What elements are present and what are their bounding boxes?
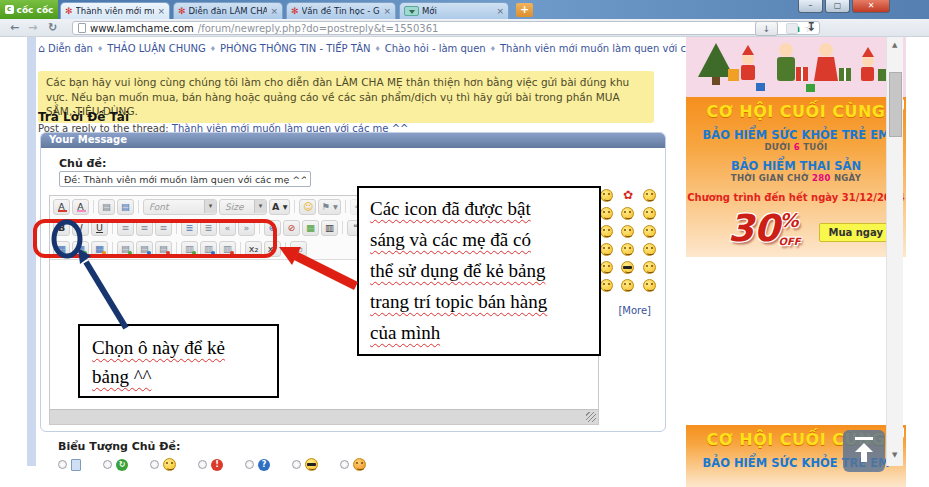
new-tab-button[interactable]: +	[516, 3, 533, 17]
topic-icon-smile	[163, 458, 176, 471]
annotation-text-line: Các icon đã được bật	[370, 193, 588, 224]
resize-handle-icon[interactable]	[586, 412, 596, 422]
browser-tab[interactable]: ✻Vấn đề Tin học - Gói Đề T×	[286, 2, 396, 19]
emoticon-shy[interactable]	[600, 225, 613, 238]
breadcrumb-link[interactable]: THẢO LUẬN CHUNG	[107, 43, 205, 54]
emoticon-joy[interactable]	[643, 243, 656, 256]
ad-illustration	[686, 37, 906, 97]
radio-button[interactable]	[103, 460, 112, 469]
topic-icon-question: ?	[258, 459, 270, 471]
breadcrumb-link[interactable]: Chào hỏi - làm quen	[385, 43, 486, 54]
coccoc-logo[interactable]: c cốc cốc	[0, 0, 58, 19]
tab-close-icon[interactable]: ×	[270, 6, 278, 16]
radio-button[interactable]	[150, 460, 159, 469]
emoticon-hiding[interactable]	[643, 189, 656, 202]
emoticon-wave[interactable]	[621, 279, 634, 292]
breadcrumb-link[interactable]: Diễn đàn	[48, 43, 93, 54]
coccoc-download-button[interactable]: ↓	[755, 21, 778, 36]
browser-tab[interactable]: ✻Thành viên mới muốn làm×	[60, 2, 170, 19]
emoticon-bigsmile[interactable]	[600, 207, 613, 220]
scrollbar-down-icon[interactable]: ▼	[892, 451, 897, 459]
insert-video-icon[interactable]: ▥	[321, 220, 338, 236]
emoticon-wink[interactable]	[600, 243, 613, 256]
download-manager-icon[interactable]: ↧	[806, 20, 816, 34]
ad-banner-top[interactable]: ↻ CƠ HỘI CUỐI CÙNG BẢO HIỂM SỨC KHỎE TRẺ…	[686, 37, 906, 257]
emoticon-blink[interactable]	[600, 261, 613, 274]
insert-image-icon[interactable]: ▦	[302, 220, 319, 236]
subject-label: Chủ đề:	[59, 157, 106, 170]
topic-icon-option[interactable]: ?	[245, 459, 270, 471]
buy-now-button[interactable]: Mua ngay	[819, 223, 892, 242]
radio-button[interactable]	[340, 460, 349, 469]
topic-icon-option[interactable]: !	[198, 459, 223, 471]
radio-button[interactable]	[292, 460, 301, 469]
annotation-text: bảng ^^	[92, 366, 152, 387]
emoticon-cheeky[interactable]	[621, 243, 634, 256]
radio-button[interactable]	[58, 460, 67, 469]
annotation-text: Chọn ô này để kẻ	[92, 337, 225, 358]
attachment-menu-icon[interactable]: ⚑ ▾	[318, 199, 340, 215]
annotation-text-line: Chọn ô này để kẻ	[92, 333, 265, 362]
scrollbar-up-icon[interactable]: ▲	[892, 41, 897, 49]
tab-close-icon[interactable]: ×	[383, 6, 391, 16]
maximize-button[interactable]: ▢	[825, 0, 850, 13]
browser-tab[interactable]: Mới×	[399, 2, 509, 19]
close-button[interactable]: ✕	[852, 0, 890, 13]
annotation-text: trang trí topic bán hàng	[370, 291, 547, 312]
emoticon-grin[interactable]	[621, 225, 634, 238]
breadcrumb-link[interactable]: PHÒNG THÔNG TIN - TIẾP TÂN	[220, 43, 370, 54]
tab-close-icon[interactable]: ×	[157, 6, 165, 16]
breadcrumb: ⌂Diễn đàn♦THẢO LUẬN CHUNG♦PHÒNG THÔNG TI…	[38, 41, 668, 57]
tab-strip: c cốc cốc ✻Thành viên mới muốn làm×✻Diễn…	[0, 0, 929, 19]
emoticon-rose[interactable]: ✿	[621, 189, 634, 202]
unlink-icon[interactable]: ⊘	[283, 220, 300, 236]
radio-button[interactable]	[198, 460, 207, 469]
breadcrumb-separator-icon: ♦	[97, 45, 103, 53]
emoticon-surprised[interactable]	[643, 261, 656, 274]
toolbar-separator	[138, 200, 139, 213]
scroll-to-top-button[interactable]	[843, 430, 885, 472]
emoticon-happy[interactable]	[621, 207, 634, 220]
url-field[interactable]: www.lamchame.com /forum/newreply.php?do=…	[72, 21, 820, 35]
emoticon-tongue[interactable]	[643, 225, 656, 238]
horizontal-rule-icon[interactable]: ▭	[290, 241, 307, 257]
font-size-select[interactable]: Size▾	[219, 199, 267, 215]
topic-icon-option[interactable]	[58, 459, 81, 471]
more-smilies-link[interactable]: [More]	[618, 305, 651, 316]
emoticon-clap[interactable]	[600, 279, 613, 292]
minimize-button[interactable]: –	[798, 0, 823, 13]
highlight-color-icon[interactable]: A	[72, 199, 89, 215]
page-title: Trả Lời Đề Tài	[38, 110, 129, 124]
topic-icon-option[interactable]	[292, 458, 318, 471]
font-color-icon[interactable]: A	[53, 199, 70, 215]
scrollbar-thumb[interactable]	[889, 72, 902, 137]
forward-button[interactable]: →	[28, 21, 37, 34]
emoticon-laugh[interactable]	[643, 207, 656, 220]
home-icon[interactable]: ⌂	[38, 42, 45, 55]
annotation-text-line: thể sử dụng để kẻ bảng	[370, 255, 588, 286]
subject-input[interactable]	[59, 171, 311, 187]
coccoc-media-favicon	[404, 6, 419, 16]
browser-tab[interactable]: ✻Diễn đàn LÀM CHA MẸ×	[173, 2, 283, 19]
tab-close-icon[interactable]: ×	[496, 6, 504, 16]
coccoc-logo-text: cốc cốc	[17, 5, 54, 15]
topic-icon-option[interactable]	[150, 458, 176, 471]
reload-button[interactable]: ↻	[48, 21, 57, 34]
paste-plain-icon[interactable]: ▤	[98, 199, 115, 215]
back-button[interactable]: ←	[10, 21, 19, 34]
annotation-text-line: của mình	[370, 317, 588, 348]
topic-icon-document	[71, 459, 81, 471]
emoticon-whistle[interactable]	[643, 279, 656, 292]
topic-icon-recycle: ↻	[116, 459, 128, 471]
font-family-select[interactable]: Font▾	[143, 199, 217, 215]
topic-icon-option[interactable]	[340, 458, 366, 471]
radio-button[interactable]	[245, 460, 254, 469]
smilies-menu-icon[interactable]: ☺	[299, 199, 316, 215]
text-size-menu-icon[interactable]: A ▾	[269, 199, 290, 215]
topic-icon-option[interactable]: ↻	[103, 459, 128, 471]
page-scrollbar[interactable]: ▲ ▼	[886, 37, 903, 466]
emoticon-smile[interactable]	[600, 189, 613, 202]
paste-word-icon[interactable]: ▤	[117, 199, 134, 215]
lamchame-favicon: ✻	[65, 7, 73, 16]
emoticon-cool[interactable]	[621, 261, 634, 274]
